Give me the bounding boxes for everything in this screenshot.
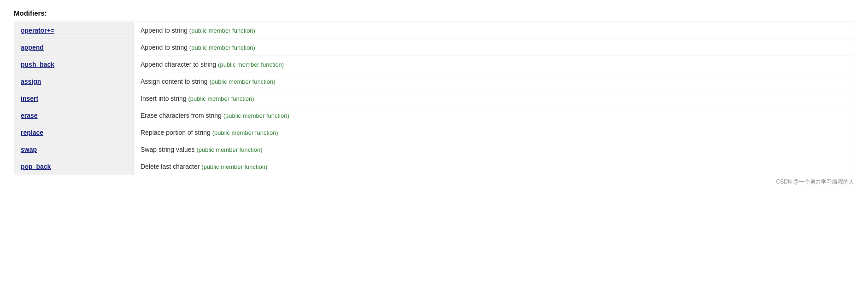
table-row: operator+=Append to string (public membe… — [14, 22, 854, 39]
function-link-replace[interactable]: replace — [21, 129, 43, 136]
function-link-operator-plus-eq[interactable]: operator+= — [21, 27, 54, 34]
function-cell-swap: swap — [14, 141, 134, 158]
description-cell-operator-plus-eq: Append to string (public member function… — [134, 22, 854, 39]
table-row: insertInsert into string (public member … — [14, 90, 854, 107]
function-cell-append: append — [14, 39, 134, 56]
function-cell-erase: erase — [14, 107, 134, 124]
function-link-pop-back[interactable]: pop_back — [21, 163, 51, 170]
table-row: push_backAppend character to string (pub… — [14, 56, 854, 73]
function-cell-operator-plus-eq: operator+= — [14, 22, 134, 39]
description-cell-insert: Insert into string (public member functi… — [134, 90, 854, 107]
description-cell-replace: Replace portion of string (public member… — [134, 124, 854, 141]
table-row: assignAssign content to string (public m… — [14, 73, 854, 90]
type-label-insert: (public member function) — [188, 95, 254, 102]
type-label-replace: (public member function) — [212, 129, 278, 136]
table-row: replaceReplace portion of string (public… — [14, 124, 854, 141]
description-text-assign: Assign content to string — [141, 78, 209, 85]
function-cell-assign: assign — [14, 73, 134, 90]
description-text-push-back: Append character to string — [141, 61, 218, 68]
description-cell-swap: Swap string values (public member functi… — [134, 141, 854, 158]
description-text-erase: Erase characters from string — [141, 112, 223, 119]
function-link-swap[interactable]: swap — [21, 146, 37, 153]
table-row: eraseErase characters from string (publi… — [14, 107, 854, 124]
function-link-append[interactable]: append — [21, 44, 44, 51]
function-cell-pop-back: pop_back — [14, 158, 134, 175]
function-link-erase[interactable]: erase — [21, 112, 38, 119]
table-row: swapSwap string values (public member fu… — [14, 141, 854, 158]
description-cell-pop-back: Delete last character (public member fun… — [134, 158, 854, 175]
modifiers-table: operator+=Append to string (public membe… — [14, 22, 854, 175]
type-label-operator-plus-eq: (public member function) — [189, 27, 255, 34]
description-text-append: Append to string — [141, 44, 189, 51]
type-label-swap: (public member function) — [196, 146, 262, 153]
description-cell-erase: Erase characters from string (public mem… — [134, 107, 854, 124]
type-label-push-back: (public member function) — [218, 61, 284, 68]
type-label-erase: (public member function) — [223, 112, 289, 119]
section-wrapper: Modifiers: operator+=Append to string (p… — [14, 9, 854, 186]
description-text-swap: Swap string values — [141, 146, 196, 153]
description-text-insert: Insert into string — [141, 95, 188, 102]
function-cell-replace: replace — [14, 124, 134, 141]
description-cell-assign: Assign content to string (public member … — [134, 73, 854, 90]
section-title: Modifiers: — [14, 9, 854, 17]
function-cell-insert: insert — [14, 90, 134, 107]
watermark: CSDN @一个努力学习编程的人 — [14, 178, 854, 186]
type-label-pop-back: (public member function) — [201, 163, 267, 170]
description-text-pop-back: Delete last character — [141, 163, 201, 170]
type-label-append: (public member function) — [189, 44, 255, 51]
table-row: pop_backDelete last character (public me… — [14, 158, 854, 175]
function-link-assign[interactable]: assign — [21, 78, 41, 85]
function-link-insert[interactable]: insert — [21, 95, 38, 102]
description-cell-append: Append to string (public member function… — [134, 39, 854, 56]
type-label-assign: (public member function) — [209, 78, 275, 85]
description-text-operator-plus-eq: Append to string — [141, 27, 189, 34]
description-cell-push-back: Append character to string (public membe… — [134, 56, 854, 73]
function-cell-push-back: push_back — [14, 56, 134, 73]
table-row: appendAppend to string (public member fu… — [14, 39, 854, 56]
description-text-replace: Replace portion of string — [141, 129, 212, 136]
function-link-push-back[interactable]: push_back — [21, 61, 54, 68]
